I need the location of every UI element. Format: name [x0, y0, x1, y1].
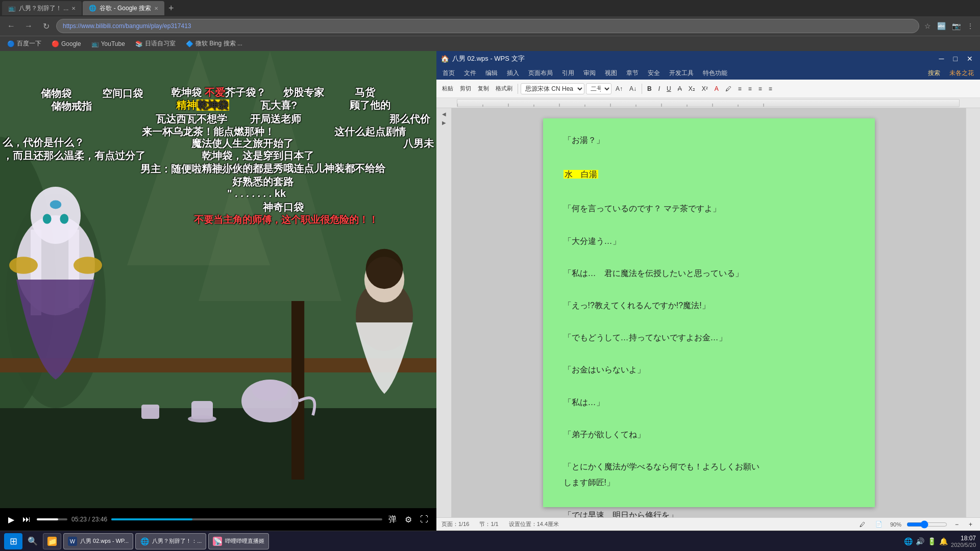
bookmark-youtube[interactable]: 📺 YouTube: [88, 39, 128, 48]
play-button[interactable]: ▶: [6, 513, 16, 527]
menu-edit[interactable]: 编辑: [481, 68, 502, 79]
tab-1-label: 八男？別辞了！ ...: [19, 4, 68, 13]
superscript-button[interactable]: X²: [699, 84, 710, 94]
strikethrough-button[interactable]: A: [675, 84, 684, 94]
fullscreen-button[interactable]: ⛶: [418, 513, 430, 526]
tray-volume-icon[interactable]: 🔊: [916, 537, 924, 545]
taskbar-wps-label: 八男 02.wps - WP...: [80, 537, 129, 545]
increase-font-button[interactable]: A↑: [613, 84, 625, 94]
taskbar-search-button[interactable]: 🔍: [24, 533, 41, 549]
menu-security[interactable]: 安全: [644, 68, 664, 79]
volume-bar[interactable]: [37, 518, 67, 520]
menu-reference[interactable]: 引用: [558, 68, 578, 79]
doc-spacer-5: [564, 283, 854, 296]
doc-spacer-1: [564, 150, 854, 163]
ruler: [457, 99, 960, 107]
doc-spacer-3: [564, 218, 854, 232]
tab-2[interactable]: 🌐 谷歌 - Google 搜索 ✕: [83, 1, 164, 15]
tray-clock[interactable]: 18:07 2020/5/20: [951, 535, 976, 548]
copy-button[interactable]: 复制: [475, 83, 492, 94]
paste-button[interactable]: 粘贴: [439, 83, 456, 94]
video-background: [0, 51, 436, 508]
new-tab-button[interactable]: +: [165, 3, 177, 14]
tray-network-icon[interactable]: 🌐: [904, 537, 913, 545]
align-left-button[interactable]: ≡: [736, 84, 744, 94]
font-color-button[interactable]: A: [712, 84, 721, 94]
subscript-button[interactable]: X₂: [686, 84, 698, 94]
italic-button[interactable]: I: [656, 84, 663, 94]
menu-insert[interactable]: 插入: [503, 68, 523, 79]
underline-button[interactable]: U: [664, 84, 674, 94]
settings-button[interactable]: ⚙: [403, 513, 414, 527]
menu-home[interactable]: 首页: [438, 68, 459, 79]
sidebar-btn-1[interactable]: ◀: [441, 110, 447, 118]
danmaku-button[interactable]: 弹: [386, 512, 399, 527]
reload-button[interactable]: ↻: [39, 19, 53, 33]
next-button[interactable]: ⏭: [20, 513, 33, 526]
sidebar-btn-2[interactable]: ▶: [441, 119, 447, 127]
taskbar-app-browser[interactable]: 🌐 八男？别辞了！：...: [135, 533, 206, 549]
menu-chapter[interactable]: 章节: [622, 68, 643, 79]
wps-document[interactable]: 「お湯？」 水 白湯 「何を言っているのです？ マテ茶ですよ」 「大分違う…」 …: [452, 108, 966, 517]
status-section: 节：1/1: [479, 520, 498, 528]
bookmark-bing[interactable]: 🔷 微软 Bing 搜索 ...: [183, 38, 246, 49]
bookmark-baidu[interactable]: 🔵 百度一下: [4, 38, 44, 49]
doc-spacer-10: [564, 444, 854, 457]
bookmark-google[interactable]: 🔴 Google: [48, 39, 84, 48]
menu-button[interactable]: ⋮: [965, 21, 976, 31]
tab-1[interactable]: 📺 八男？別辞了！ ... ✕: [2, 1, 82, 15]
status-view-btn[interactable]: 📄: [873, 519, 885, 529]
wps-icon: W: [68, 537, 77, 546]
align-center-button[interactable]: ≡: [746, 84, 754, 94]
decrease-font-button[interactable]: A↓: [627, 84, 639, 94]
star-button[interactable]: ☆: [922, 21, 933, 31]
zoom-out-btn[interactable]: −: [952, 519, 961, 530]
format-painter-button[interactable]: 格式刷: [493, 83, 515, 94]
translate-button[interactable]: 🔤: [935, 21, 948, 31]
progress-bar[interactable]: [111, 518, 382, 520]
taskbar-file-explorer[interactable]: 📁: [43, 533, 61, 549]
address-text: https://www.bilibili.com/bangumi/play/ep…: [63, 22, 191, 30]
bookmark-japanese[interactable]: 📚 日语自习室: [132, 38, 179, 49]
align-right-button[interactable]: ≡: [756, 84, 765, 94]
doc-line-10: 「弟子が欲しくてね」: [564, 428, 854, 441]
menu-layout[interactable]: 页面布局: [524, 68, 557, 79]
back-button[interactable]: ←: [4, 19, 18, 33]
justify-button[interactable]: ≡: [766, 84, 775, 94]
bold-button[interactable]: B: [645, 84, 654, 94]
menu-view[interactable]: 视图: [601, 68, 621, 79]
highlight-button[interactable]: 🖊: [723, 84, 734, 94]
address-bar[interactable]: https://www.bilibili.com/bangumi/play/ep…: [56, 19, 919, 33]
wps-maximize-button[interactable]: □: [950, 55, 961, 63]
doc-line-4: 「大分違う…」: [564, 235, 854, 248]
cut-button[interactable]: 剪切: [457, 83, 474, 94]
menu-search[interactable]: 搜索: [924, 68, 944, 79]
ruler-marks: [457, 99, 959, 107]
start-button[interactable]: ⊞: [4, 533, 22, 549]
menu-devtools[interactable]: 开发工具: [665, 68, 698, 79]
forward-button[interactable]: →: [21, 19, 36, 33]
screenshot-button[interactable]: 📷: [950, 21, 963, 31]
font-name-selector[interactable]: 思源宋体 CN Hea: [521, 83, 584, 94]
menu-review[interactable]: 审阅: [579, 68, 600, 79]
tray-date: 2020/5/20: [951, 542, 976, 548]
tab-1-close[interactable]: ✕: [71, 6, 76, 11]
zoom-slider[interactable]: [906, 521, 947, 528]
taskbar-app-wps[interactable]: W 八男 02.wps - WP...: [63, 533, 133, 549]
tray-notifications[interactable]: 🔔: [939, 537, 948, 545]
menu-special[interactable]: 特色功能: [699, 68, 731, 79]
tab-bar: 📺 八男？別辞了！ ... ✕ 🌐 谷歌 - Google 搜索 ✕ +: [0, 0, 980, 16]
wps-minimize-button[interactable]: ─: [936, 55, 947, 63]
svg-point-21: [74, 257, 102, 274]
file-explorer-icon: 📁: [47, 537, 57, 546]
zoom-in-btn[interactable]: +: [966, 519, 975, 530]
bookmark-baidu-label: 百度一下: [17, 39, 41, 48]
wps-close-button[interactable]: ✕: [964, 55, 976, 63]
taskbar-app-bilibili[interactable]: 📡 哔哩哔哩直播姬: [208, 533, 269, 549]
font-size-selector[interactable]: 二号: [586, 83, 611, 94]
status-layout-btn[interactable]: 🖊: [857, 520, 868, 529]
tab-2-close[interactable]: ✕: [154, 6, 158, 11]
menu-file[interactable]: 文件: [460, 68, 480, 79]
svg-point-26: [60, 214, 68, 224]
video-area[interactable]: 储物袋 空间口袋 乾坤袋 不爱芥子袋？ 炒股专家 马货 储物戒指 精神乾坤袋 瓦…: [0, 51, 436, 508]
